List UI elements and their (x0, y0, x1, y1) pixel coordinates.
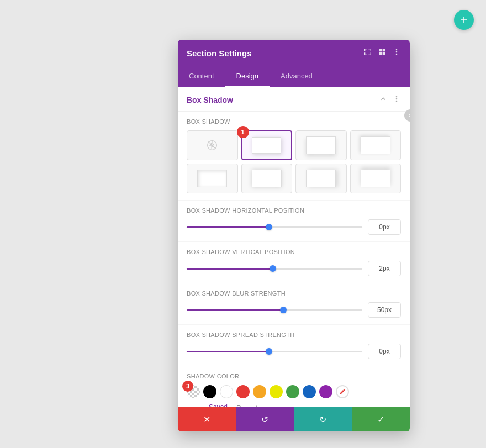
shadow-preview-2 (306, 136, 336, 154)
color-swatch-red[interactable] (236, 385, 250, 398)
tab-content[interactable]: Content (178, 66, 225, 87)
vertical-position-field: Box Shadow Vertical Position 2px (178, 242, 410, 283)
shadow-style-6-wrapper (295, 164, 347, 193)
spread-label: Box Shadow Spread Strength (187, 331, 401, 338)
horizontal-position-field: Box Shadow Horizontal Position 0px (178, 201, 410, 242)
shadow-preview-6 (306, 170, 336, 187)
color-swatch-row: 3 (187, 385, 401, 398)
blur-label: Box Shadow Blur Strength (187, 290, 401, 297)
shadow-style-none-wrapper (187, 130, 238, 160)
shadow-style-6[interactable] (295, 164, 347, 193)
color-tabs-row: ··· Saved Recent (187, 402, 401, 407)
shadow-style-1-wrapper: 1 (241, 130, 293, 160)
shadow-preview-7 (361, 170, 390, 187)
modal-footer: ✕ ↺ ↻ ✓ (178, 407, 410, 431)
shadow-style-2[interactable] (295, 130, 347, 160)
horizontal-slider-row: 0px (187, 219, 401, 235)
layout-icon[interactable] (378, 48, 387, 59)
modal-body: Box Shadow Box Shadow (178, 87, 410, 407)
redo-button[interactable]: ↻ (294, 407, 352, 431)
box-shadow-style-field: Box Shadow 1 (178, 112, 410, 201)
blur-slider-thumb[interactable] (280, 307, 287, 313)
blur-slider-track[interactable] (187, 309, 362, 311)
shadow-style-5[interactable] (241, 164, 293, 193)
vertical-slider-thumb[interactable] (270, 265, 276, 272)
horizontal-slider-fill (187, 226, 269, 228)
header-icons (363, 48, 401, 59)
shadow-style-7[interactable] (350, 164, 402, 193)
shadow-preview-4 (197, 170, 227, 187)
collapse-icon[interactable] (379, 94, 388, 106)
shadow-style-1[interactable] (241, 130, 293, 160)
badge-1: 1 (237, 126, 249, 138)
color-swatch-black[interactable] (203, 385, 216, 398)
spread-slider-row: 0px (187, 344, 401, 359)
color-tab-saved[interactable]: Saved (209, 403, 228, 407)
shadow-style-3[interactable] (350, 130, 402, 160)
blur-strength-field: Box Shadow Blur Strength 50px (178, 283, 410, 325)
modal-tabs: Content Design Advanced (178, 66, 410, 87)
vertical-slider-row: 2px (187, 261, 401, 276)
shadow-style-grid: 1 (187, 130, 401, 193)
box-shadow-field-label: Box Shadow (187, 118, 401, 125)
shadow-style-none[interactable] (187, 130, 238, 160)
shadow-color-field: Shadow Color 3 ··· (178, 366, 410, 407)
shadow-style-4-wrapper (187, 164, 238, 193)
section-settings-modal: Section Settings Content Design Advanced… (178, 40, 410, 431)
spread-strength-field: Box Shadow Spread Strength 0px (178, 325, 410, 366)
section-more-icon[interactable] (392, 94, 401, 106)
fullscreen-icon[interactable] (363, 48, 372, 59)
swatch-more-button[interactable]: ··· (187, 402, 200, 407)
color-swatch-custom[interactable] (336, 385, 349, 398)
spread-slider-track[interactable] (187, 351, 362, 352)
color-swatch-purple[interactable] (319, 385, 332, 398)
horizontal-slider-track[interactable] (187, 226, 362, 228)
vertical-slider-fill (187, 268, 273, 270)
spread-slider-thumb[interactable] (266, 348, 272, 355)
blur-value[interactable]: 50px (368, 302, 401, 318)
vertical-slider-track[interactable] (187, 268, 362, 270)
shadow-preview-5 (252, 170, 282, 187)
horizontal-slider-thumb[interactable] (266, 224, 272, 230)
shadow-preview-1 (252, 137, 281, 154)
tab-advanced[interactable]: Advanced (270, 66, 324, 87)
spread-value[interactable]: 0px (368, 344, 401, 359)
modal-header: Section Settings (178, 40, 410, 66)
blur-slider-fill (187, 309, 283, 311)
shadow-color-label: Shadow Color (187, 373, 401, 380)
blur-slider-row: 50px (187, 302, 401, 318)
box-shadow-section-header: Box Shadow (178, 87, 410, 112)
horizontal-value[interactable]: 0px (368, 219, 401, 235)
spread-slider-fill (187, 351, 269, 352)
vertical-value[interactable]: 2px (368, 261, 401, 276)
fab-add-button[interactable] (454, 10, 474, 30)
checker-swatch-wrapper: 3 (187, 385, 200, 398)
color-swatch-yellow[interactable] (270, 385, 283, 398)
save-button[interactable]: ✓ (352, 407, 410, 431)
tab-design[interactable]: Design (225, 66, 270, 87)
shadow-style-2-wrapper (295, 130, 347, 160)
horizontal-label: Box Shadow Horizontal Position (187, 207, 401, 214)
vertical-label: Box Shadow Vertical Position (187, 249, 401, 255)
shadow-style-3-wrapper (350, 130, 402, 160)
box-shadow-title: Box Shadow (187, 96, 233, 104)
color-swatch-blue[interactable] (303, 385, 316, 398)
shadow-preview-3 (361, 136, 390, 154)
badge-3: 3 (182, 381, 193, 392)
section-header-actions (379, 94, 401, 106)
shadow-style-5-wrapper (241, 164, 293, 193)
cancel-button[interactable]: ✕ (178, 407, 236, 431)
shadow-style-4[interactable] (187, 164, 238, 193)
color-swatch-white[interactable] (220, 385, 233, 398)
modal-title: Section Settings (187, 49, 252, 58)
reset-button[interactable]: ↺ (236, 407, 294, 431)
shadow-style-7-wrapper (350, 164, 402, 193)
color-swatch-orange[interactable] (253, 385, 266, 398)
color-swatch-green[interactable] (286, 385, 299, 398)
more-options-icon[interactable] (392, 48, 401, 59)
